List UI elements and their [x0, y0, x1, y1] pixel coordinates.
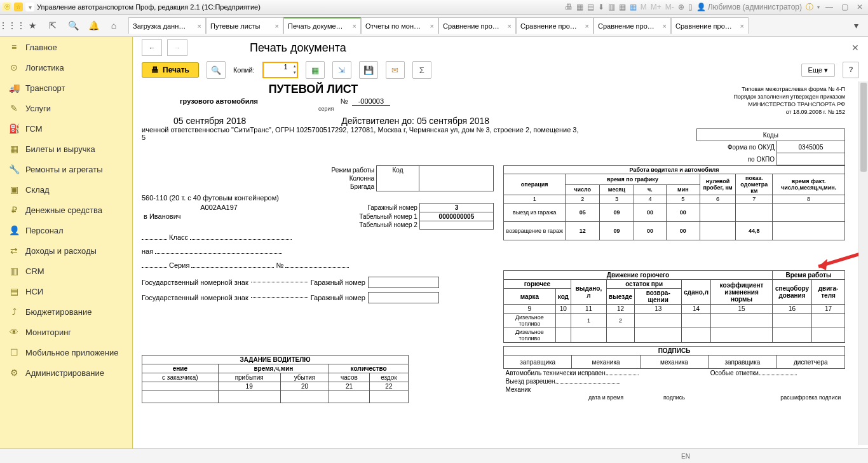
layout-button[interactable]: ▦ [306, 61, 325, 79]
document-viewport: Типовая межотраслевая форма № 4-ППорядок… [133, 81, 868, 459]
search-icon[interactable]: 🔍 [64, 17, 83, 34]
sidebar: ≡Главное⊙Логистика🚚Транспорт✎Услуги⛽ГСМ▦… [0, 37, 133, 459]
mminus-icon[interactable]: M- [665, 3, 674, 11]
mplus-icon[interactable]: M+ [651, 3, 661, 11]
panel-icon[interactable]: ▯ [688, 3, 693, 11]
sidebar-icon: ✎ [9, 103, 19, 113]
tab-toolbar: ⋮⋮⋮ ★ ⇱ 🔍 🔔 ⌂ Загрузка данн…×Путевые лис… [0, 15, 868, 37]
sidebar-icon: ▥ [9, 266, 19, 276]
zoom-icon[interactable]: ⊕ [678, 3, 684, 11]
save-button[interactable]: 💾 [359, 61, 378, 79]
calc-icon[interactable]: ▤ [587, 3, 594, 11]
close-icon[interactable]: ✕ [854, 3, 865, 11]
help-button[interactable]: ? [843, 62, 859, 78]
back-button[interactable]: ← [142, 39, 162, 56]
tab-close-icon[interactable]: × [353, 22, 356, 30]
signature-table: ПОДПИСЬзаправщикамеханикамеханиказаправщ… [503, 346, 845, 401]
more-button[interactable]: Еще ▾ [801, 64, 835, 77]
pin-icon[interactable]: ⇱ [43, 17, 62, 34]
copies-input[interactable]: 1 [262, 62, 298, 78]
sidebar-icon: ≡ [9, 42, 19, 52]
minimize-icon[interactable]: — [824, 3, 835, 11]
sidebar-icon: ⤴ [9, 307, 19, 317]
mail-button[interactable]: ✉ [386, 61, 405, 79]
work-table: Работа водителя и автомобиляоперацияврем… [503, 165, 845, 240]
maximize-icon[interactable]: ▢ [839, 3, 850, 11]
titlebar-toolbar: 🖶 ▦ ▤ ⬇ ▥ ▦ ▦ M M+ M- ⊕ ▯ 👤 Любимов (адм… [565, 2, 865, 13]
document-tabs: Загрузка данн…×Путевые листы×Печать доку… [128, 17, 845, 34]
sidebar-item[interactable]: ⇄Доходы и расходы [0, 240, 132, 261]
document-tab[interactable]: Сравнение про…× [671, 17, 749, 34]
grid-icon[interactable]: ▦ [619, 3, 626, 11]
doc-icon[interactable]: ▦ [576, 3, 583, 11]
more-tabs-icon[interactable]: ▾ [846, 17, 865, 34]
tab-close-icon[interactable]: × [740, 22, 744, 30]
document-tab[interactable]: Сравнение про…× [438, 17, 516, 34]
home-icon[interactable]: ⌂ [104, 17, 123, 34]
sidebar-item[interactable]: ≡Главное [0, 37, 132, 57]
document-tab[interactable]: Сравнение про…× [593, 17, 671, 34]
apps-icon[interactable]: ⋮⋮⋮ [3, 17, 22, 34]
tab-close-icon[interactable]: × [275, 22, 279, 30]
star-icon[interactable]: ★ [23, 17, 42, 34]
page-title: Печать документа [250, 41, 346, 55]
titlebar: ⓔ ☆ ▾ Управление автотранспортом Проф, р… [0, 0, 868, 15]
codes-table: Коды Форма по ОКУД0345005 по ОКПО [696, 128, 846, 165]
m-icon[interactable]: M [641, 3, 647, 11]
sidebar-item[interactable]: ₽Денежные средства [0, 200, 132, 220]
document-tab[interactable]: Сравнение про…× [516, 17, 593, 34]
document-tab[interactable]: Загрузка данн…× [128, 17, 206, 34]
sidebar-item[interactable]: 🚚Транспорт [0, 78, 132, 98]
export-button[interactable]: ⇲ [332, 61, 351, 79]
tab-close-icon[interactable]: × [585, 22, 589, 30]
info-dd-icon[interactable]: ▾ [817, 4, 820, 10]
app-badge-icon: ⓔ [3, 3, 11, 11]
action-toolbar: 🖶 Печать 🔍 Копий: 1 ▦ ⇲ 💾 ✉ Σ Еще ▾ ? [133, 59, 868, 81]
sidebar-item[interactable]: ▦Билеты и выручка [0, 139, 132, 159]
num-label: № [341, 97, 348, 106]
task-table: ЗАДАНИЕ ВОДИТЕЛЮениевремя,ч,минколичеств… [142, 355, 409, 403]
info-icon[interactable]: ⓘ [806, 2, 813, 13]
copies-label: Копий: [233, 66, 255, 74]
fuel-table: Движение горючегоВремя работыгорючеевыда… [503, 270, 845, 343]
tab-close-icon[interactable]: × [430, 22, 434, 30]
sidebar-icon: ▣ [9, 184, 19, 195]
user-label[interactable]: 👤 Любимов (администратор) [696, 3, 802, 11]
document-tab[interactable]: Путевые листы× [206, 17, 283, 34]
sum-button[interactable]: Σ [412, 61, 431, 79]
sidebar-item[interactable]: ⊙Логистика [0, 57, 132, 78]
save-icon[interactable]: ⬇ [598, 3, 604, 11]
sidebar-item[interactable]: ▣Склад [0, 179, 132, 200]
sidebar-item[interactable]: ☐Мобильное приложение [0, 342, 132, 363]
document-tab[interactable]: Печать докуме…× [283, 17, 361, 34]
sidebar-item[interactable]: ✎Услуги [0, 98, 132, 118]
tab-close-icon[interactable]: × [198, 22, 201, 30]
statusbar: EN [0, 448, 868, 463]
document-tab[interactable]: Отчеты по мон…× [361, 17, 438, 34]
bell-icon[interactable]: 🔔 [84, 17, 103, 34]
sidebar-item[interactable]: ⛽ГСМ [0, 118, 132, 139]
sidebar-item[interactable]: 🔧Ремонты и агрегаты [0, 159, 132, 179]
sidebar-item[interactable]: ▥CRM [0, 261, 132, 281]
window-title: Управление автотранспортом Проф, редакци… [37, 3, 565, 11]
vertical-scrollbar[interactable] [858, 81, 868, 445]
sidebar-item[interactable]: ⤴Бюджетирование [0, 301, 132, 322]
forward-button[interactable]: → [167, 39, 187, 56]
doc-title: ПУТЕВОЙ ЛИСТ [212, 83, 415, 96]
print-button[interactable]: 🖶 Печать [142, 62, 199, 78]
sidebar-icon: ⇄ [9, 245, 19, 256]
page-close-icon[interactable]: ✕ [851, 43, 859, 53]
sidebar-item[interactable]: 👁Мониторинг [0, 322, 132, 342]
nav-row: ← → Печать документа ✕ [133, 37, 868, 59]
list-icon[interactable]: ▥ [608, 3, 615, 11]
tab-close-icon[interactable]: × [663, 22, 667, 30]
tab-close-icon[interactable]: × [508, 22, 512, 30]
sidebar-icon: 👁 [9, 327, 19, 337]
print-icon[interactable]: 🖶 [565, 3, 573, 11]
preview-button[interactable]: 🔍 [207, 61, 226, 79]
calendar-icon[interactable]: ▦ [630, 3, 637, 11]
dropdown-icon[interactable]: ▾ [25, 3, 34, 11]
sidebar-item[interactable]: 👤Персонал [0, 220, 132, 240]
sidebar-item[interactable]: ▤НСИ [0, 281, 132, 301]
sidebar-item[interactable]: ⚙Администрирование [0, 363, 132, 383]
